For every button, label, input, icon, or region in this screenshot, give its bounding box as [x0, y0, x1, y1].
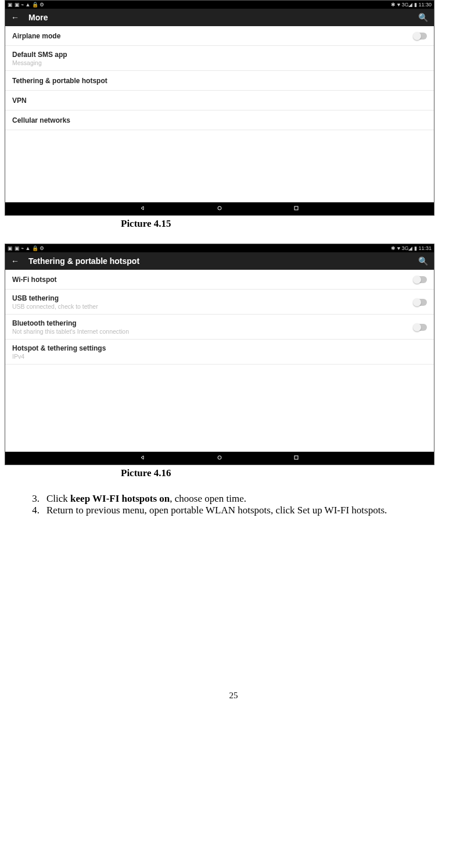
- nav-recent-icon[interactable]: [293, 203, 300, 214]
- page-title: More: [28, 13, 409, 22]
- search-icon[interactable]: 🔍: [418, 256, 428, 266]
- nav-home-icon[interactable]: [216, 203, 223, 214]
- nav-bar: [5, 452, 434, 465]
- settings-list: Airplane mode Default SMS app Messaging …: [5, 26, 434, 130]
- caption-2: Picture 4.16: [121, 467, 462, 479]
- instruction-item-4: 4. Return to previous menu, open portabl…: [29, 505, 460, 516]
- search-icon[interactable]: 🔍: [418, 13, 428, 22]
- list-item-cellular[interactable]: Cellular networks: [5, 110, 434, 130]
- page-number: 25: [5, 691, 462, 701]
- list-text: Click keep WI-FI hotspots on, choose ope…: [46, 493, 460, 505]
- back-icon[interactable]: ←: [11, 13, 19, 22]
- item-sublabel: Messaging: [12, 59, 427, 66]
- blank-area: [5, 365, 434, 452]
- item-label: USB tethering: [12, 294, 414, 302]
- svg-point-0: [218, 206, 221, 210]
- settings-list: Wi-Fi hotspot USB tethering USB connecte…: [5, 270, 434, 365]
- item-label: Tethering & portable hotspot: [12, 77, 427, 85]
- item-label: Airplane mode: [12, 32, 414, 40]
- nav-back-icon[interactable]: [139, 203, 146, 214]
- list-item-bluetooth-tethering[interactable]: Bluetooth tethering Not sharing this tab…: [5, 315, 434, 340]
- item-label: Wi-Fi hotspot: [12, 276, 414, 284]
- item-label: Default SMS app: [12, 51, 427, 59]
- nav-back-icon[interactable]: [139, 453, 146, 463]
- document-page: ▣ ▣ ⌁ ▲ 🔒 ⚙ ✱ ♥ 3G◢ ▮ 11:30 ← More 🔍 Air…: [5, 0, 462, 724]
- svg-rect-3: [294, 456, 298, 459]
- action-bar: ← More 🔍: [5, 9, 434, 26]
- item-label: VPN: [12, 97, 427, 105]
- list-number: 3.: [29, 493, 39, 505]
- instruction-item-3: 3. Click keep WI-FI hotspots on, choose …: [29, 493, 460, 505]
- item-sublabel: IPv4: [12, 353, 427, 360]
- toggle-airplane-mode[interactable]: [414, 33, 427, 40]
- list-text: Return to previous menu, open portable W…: [46, 505, 460, 516]
- item-label: Hotspot & tethering settings: [12, 344, 427, 352]
- item-sublabel: USB connected, check to tether: [12, 303, 414, 310]
- list-item-default-sms[interactable]: Default SMS app Messaging: [5, 46, 434, 71]
- nav-recent-icon[interactable]: [293, 453, 300, 463]
- status-bar: ▣ ▣ ⌁ ▲ 🔒 ⚙ ✱ ♥ 3G◢ ▮ 11:31: [5, 244, 434, 252]
- status-left-icons: ▣ ▣ ⌁ ▲ 🔒 ⚙: [8, 2, 44, 8]
- toggle-usb-tethering[interactable]: [414, 299, 427, 306]
- blank-area: [5, 130, 434, 202]
- screenshot-more-settings: ▣ ▣ ⌁ ▲ 🔒 ⚙ ✱ ♥ 3G◢ ▮ 11:30 ← More 🔍 Air…: [5, 0, 434, 216]
- back-icon[interactable]: ←: [11, 256, 19, 266]
- list-item-airplane-mode[interactable]: Airplane mode: [5, 26, 434, 46]
- list-item-hotspot-settings[interactable]: Hotspot & tethering settings IPv4: [5, 340, 434, 365]
- nav-home-icon[interactable]: [216, 453, 223, 463]
- status-right-text: ✱ ♥ 3G◢ ▮ 11:30: [391, 2, 432, 8]
- page-title: Tethering & portable hotspot: [28, 256, 409, 266]
- list-item-usb-tethering[interactable]: USB tethering USB connected, check to te…: [5, 290, 434, 315]
- status-left-icons: ▣ ▣ ⌁ ▲ 🔒 ⚙: [8, 245, 44, 251]
- item-label: Cellular networks: [12, 116, 427, 124]
- toggle-wifi-hotspot[interactable]: [414, 276, 427, 283]
- screenshot-tethering-settings: ▣ ▣ ⌁ ▲ 🔒 ⚙ ✱ ♥ 3G◢ ▮ 11:31 ← Tethering …: [5, 244, 434, 465]
- action-bar: ← Tethering & portable hotspot 🔍: [5, 252, 434, 270]
- svg-point-2: [218, 456, 221, 459]
- svg-rect-1: [294, 206, 298, 210]
- status-right-text: ✱ ♥ 3G◢ ▮ 11:31: [391, 245, 432, 251]
- status-bar: ▣ ▣ ⌁ ▲ 🔒 ⚙ ✱ ♥ 3G◢ ▮ 11:30: [5, 1, 434, 9]
- list-item-vpn[interactable]: VPN: [5, 91, 434, 110]
- list-number: 4.: [29, 505, 39, 516]
- list-item-wifi-hotspot[interactable]: Wi-Fi hotspot: [5, 270, 434, 290]
- list-item-tethering[interactable]: Tethering & portable hotspot: [5, 71, 434, 91]
- toggle-bluetooth-tethering[interactable]: [414, 324, 427, 331]
- item-label: Bluetooth tethering: [12, 319, 414, 327]
- item-sublabel: Not sharing this tablet's Internet conne…: [12, 328, 414, 335]
- instruction-list: 3. Click keep WI-FI hotspots on, choose …: [29, 493, 462, 516]
- caption-1: Picture 4.15: [121, 218, 462, 230]
- nav-bar: [5, 202, 434, 215]
